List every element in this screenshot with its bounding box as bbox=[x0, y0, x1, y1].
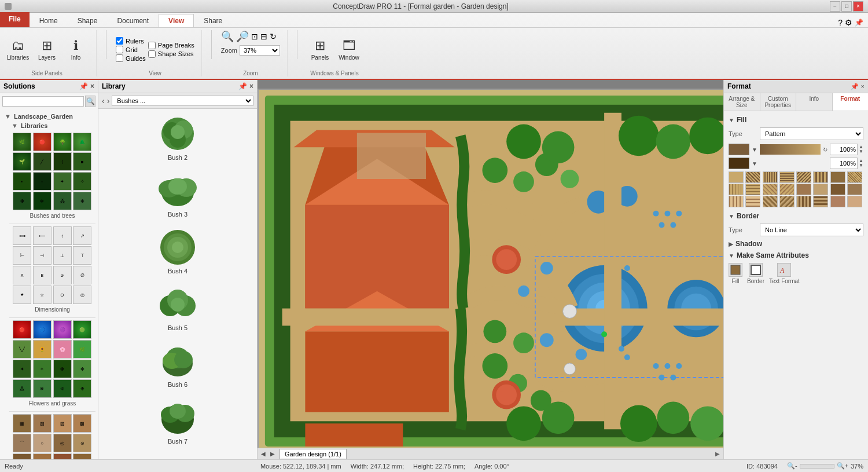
acc-item-3[interactable]: ▨ bbox=[53, 414, 72, 433]
fl-item-4[interactable]: 🟢 bbox=[73, 320, 91, 339]
dim-item-4[interactable]: ↗ bbox=[73, 226, 91, 245]
fill-color-swatch-1[interactable] bbox=[729, 144, 749, 155]
shadow-section-header[interactable]: ▶ Shadow bbox=[729, 240, 863, 248]
pattern-24[interactable] bbox=[847, 196, 862, 207]
bush-6-item[interactable]: Bush 6 bbox=[103, 341, 252, 388]
pattern-21[interactable] bbox=[796, 196, 811, 207]
fl-item-3[interactable]: 🟣 bbox=[53, 320, 72, 339]
lib-item-11[interactable]: ✦ bbox=[53, 172, 72, 191]
settings-icon[interactable]: ⚙ bbox=[845, 18, 852, 27]
acc-item-9[interactable]: ■ bbox=[13, 453, 31, 459]
shape-sizes-check[interactable]: Shape Sizes bbox=[148, 50, 194, 58]
lib-item-10[interactable]: ▫ bbox=[33, 172, 52, 191]
fl-item-2[interactable]: 🔵 bbox=[33, 320, 52, 339]
zoom-select[interactable]: 37% 25% 50% 75% 100% bbox=[240, 45, 280, 56]
maximize-btn[interactable]: □ bbox=[841, 1, 852, 12]
dim-item-2[interactable]: ⟵ bbox=[33, 226, 52, 245]
make-same-text-format[interactable]: A Text Format bbox=[769, 263, 800, 284]
acc-item-10[interactable]: □ bbox=[33, 453, 52, 459]
tree-landscape-garden[interactable]: ▼ Landscape_Garden bbox=[2, 112, 95, 121]
tab-document[interactable]: Document bbox=[107, 14, 159, 27]
format-close-btn[interactable]: × bbox=[861, 83, 865, 90]
library-pin-btn[interactable]: 📌 bbox=[238, 82, 247, 90]
pattern-11[interactable] bbox=[763, 184, 778, 195]
tab-arrange-size[interactable]: Arrange & Size bbox=[724, 93, 760, 111]
solutions-pin-btn[interactable]: 📌 bbox=[79, 82, 88, 90]
acc-item-2[interactable]: ▧ bbox=[33, 414, 52, 433]
zoom-out-btn[interactable]: 🔎 bbox=[236, 30, 249, 43]
rulers-check[interactable]: Rulers bbox=[116, 37, 146, 45]
fl-item-10[interactable]: ✧ bbox=[33, 360, 52, 378]
pattern-6[interactable] bbox=[813, 171, 828, 183]
pattern-22[interactable] bbox=[813, 196, 828, 207]
border-section-header[interactable]: ▼ Border bbox=[729, 212, 863, 220]
zoom-out-status-btn[interactable]: 🔍- bbox=[787, 462, 797, 470]
tab-home[interactable]: Home bbox=[30, 14, 68, 27]
fl-item-11[interactable]: ✤ bbox=[53, 360, 72, 378]
fill-opacity-down-2[interactable]: ▼ bbox=[859, 163, 863, 168]
dim-item-10[interactable]: B bbox=[33, 266, 52, 284]
pattern-14[interactable] bbox=[813, 184, 828, 195]
zoom-reset-btn[interactable]: ⊟ bbox=[260, 32, 267, 41]
page-nav-prev[interactable]: ◀ bbox=[261, 451, 266, 457]
library-dropdown[interactable]: Bushes ... bbox=[112, 96, 253, 106]
layers-btn[interactable]: ⊞ Layers bbox=[34, 33, 60, 67]
tree-libraries[interactable]: ▼ Libraries bbox=[9, 121, 95, 130]
canvas-scroll[interactable] bbox=[258, 80, 723, 448]
zoom-refresh-btn[interactable]: ↻ bbox=[270, 32, 277, 41]
pattern-18[interactable] bbox=[745, 196, 760, 207]
tab-file[interactable]: File bbox=[0, 12, 30, 27]
lib-item-9[interactable]: ▪ bbox=[13, 172, 31, 191]
page-breaks-check[interactable]: Page Breaks bbox=[148, 42, 194, 49]
acc-item-7[interactable]: ◎ bbox=[53, 434, 72, 452]
solutions-search[interactable] bbox=[2, 96, 84, 107]
help-icon[interactable]: ? bbox=[838, 18, 843, 27]
tab-view[interactable]: View bbox=[159, 14, 194, 27]
library-prev-btn[interactable]: ‹ bbox=[102, 96, 105, 105]
info-btn[interactable]: ℹ Info bbox=[62, 33, 89, 67]
minimize-btn[interactable]: − bbox=[830, 1, 840, 12]
pattern-8[interactable] bbox=[847, 171, 862, 183]
fill-opacity-input-2[interactable] bbox=[830, 158, 858, 169]
fl-item-6[interactable]: 🌻 bbox=[33, 340, 52, 358]
canvas-nav-right[interactable]: ▶ bbox=[715, 451, 720, 457]
zoom-in-btn[interactable]: 🔍 bbox=[221, 30, 234, 43]
fl-item-8[interactable]: 🌿 bbox=[73, 340, 91, 358]
lib-item-6[interactable]: ╱ bbox=[33, 152, 52, 171]
pattern-16[interactable] bbox=[847, 184, 862, 195]
zoom-fit-btn[interactable]: ⊡ bbox=[251, 32, 258, 41]
tab-shape[interactable]: Shape bbox=[68, 14, 108, 27]
dim-item-8[interactable]: ⊤ bbox=[73, 246, 91, 265]
pattern-7[interactable] bbox=[830, 171, 845, 183]
lib-item-4[interactable]: 🌲 bbox=[73, 133, 91, 151]
pattern-19[interactable] bbox=[763, 196, 778, 207]
panels-btn[interactable]: ⊞ Panels bbox=[307, 33, 333, 67]
tab-share[interactable]: Share bbox=[194, 14, 232, 27]
make-same-fill[interactable]: Fill bbox=[729, 263, 742, 284]
fill-color-arrow-1[interactable]: ▼ bbox=[752, 147, 757, 153]
guides-check[interactable]: Guides bbox=[116, 54, 146, 62]
fl-item-9[interactable]: ✦ bbox=[13, 360, 31, 378]
dim-item-6[interactable]: ⊣ bbox=[33, 246, 52, 265]
dim-item-5[interactable]: ⊢ bbox=[13, 246, 31, 265]
lib-item-14[interactable]: ✥ bbox=[33, 192, 52, 210]
pattern-5[interactable] bbox=[796, 171, 811, 183]
fill-opacity-input-1[interactable] bbox=[830, 144, 858, 155]
lib-item-8[interactable]: ■ bbox=[73, 152, 91, 171]
page-tab-garden[interactable]: Garden design (1/1) bbox=[279, 449, 347, 459]
zoom-in-status-btn[interactable]: 🔍+ bbox=[837, 462, 848, 470]
pattern-10[interactable] bbox=[745, 184, 760, 195]
fill-color-swatch-2[interactable] bbox=[729, 158, 749, 169]
dim-item-7[interactable]: ⊥ bbox=[53, 246, 72, 265]
lib-item-12[interactable]: ✧ bbox=[73, 172, 91, 191]
make-same-border[interactable]: Border bbox=[747, 263, 764, 284]
border-type-select[interactable]: No Line Solid Dashed bbox=[760, 224, 863, 236]
pattern-3[interactable] bbox=[763, 171, 778, 183]
fill-refresh-icon[interactable]: ↻ bbox=[823, 147, 827, 153]
fill-type-select[interactable]: Pattern Solid Gradient None bbox=[760, 127, 863, 140]
pattern-2[interactable] bbox=[745, 171, 760, 183]
fl-item-13[interactable]: ⁂ bbox=[13, 379, 31, 398]
dim-item-9[interactable]: A bbox=[13, 266, 31, 284]
lib-item-13[interactable]: ✤ bbox=[13, 192, 31, 210]
pattern-1[interactable] bbox=[729, 171, 744, 183]
